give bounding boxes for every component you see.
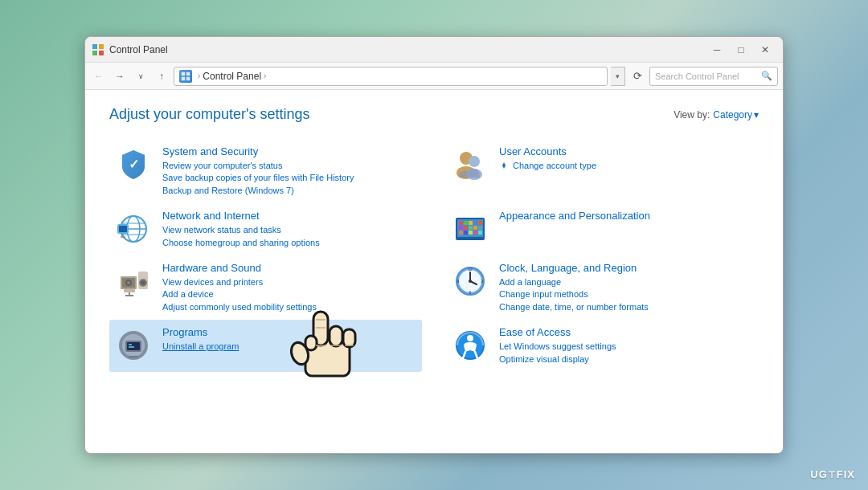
svg-rect-7: [186, 76, 190, 80]
hardware-sound-text: Hardware and Sound View devices and prin…: [162, 262, 417, 313]
svg-rect-2: [92, 51, 97, 55]
svg-rect-63: [129, 344, 132, 345]
network-internet-name[interactable]: Network and Internet: [162, 210, 417, 222]
window-icon: [92, 43, 104, 56]
category-programs[interactable]: Programs Uninstall a program: [109, 320, 422, 372]
categories-grid: ✓ System and Security Review your comput…: [109, 139, 759, 372]
category-system-security[interactable]: ✓ System and Security Review your comput…: [109, 139, 422, 203]
user-accounts-name[interactable]: User Accounts: [499, 145, 754, 157]
hardware-sound-link2[interactable]: Add a device: [162, 288, 417, 300]
svg-rect-34: [459, 231, 463, 235]
programs-link1[interactable]: Uninstall a program: [162, 341, 417, 353]
system-security-text: System and Security Review your computer…: [162, 145, 417, 197]
user-accounts-link1[interactable]: Change account type: [499, 160, 754, 172]
ease-of-access-name[interactable]: Ease of Access: [499, 326, 754, 338]
svg-rect-46: [124, 289, 135, 292]
refresh-button[interactable]: ⟳: [628, 67, 646, 85]
viewby-value[interactable]: Category ▾: [713, 109, 759, 120]
system-security-name[interactable]: System and Security: [162, 145, 417, 157]
appearance-text: Appearance and Personalization: [499, 210, 754, 224]
system-security-link2[interactable]: Save backup copies of your files with Fi…: [162, 172, 417, 184]
svg-point-11: [469, 156, 480, 167]
path-chevron: ›: [198, 71, 200, 80]
svg-rect-25: [464, 221, 468, 225]
clock-language-icon: 12 3 6 9: [451, 262, 489, 300]
content-area: Adjust your computer's settings View by:…: [85, 90, 783, 453]
network-internet-link1[interactable]: View network status and tasks: [162, 224, 417, 236]
ease-of-access-link1[interactable]: Let Windows suggest settings: [499, 341, 754, 353]
system-security-link3[interactable]: Backup and Restore (Windows 7): [162, 185, 417, 197]
svg-rect-19: [119, 226, 127, 232]
svg-rect-32: [473, 226, 477, 230]
search-icon: 🔍: [761, 71, 772, 81]
programs-name[interactable]: Programs: [162, 326, 417, 338]
svg-point-54: [469, 280, 472, 283]
dropdown-button[interactable]: ∨: [132, 67, 149, 85]
network-internet-link2[interactable]: Choose homegroup and sharing options: [162, 237, 417, 249]
system-security-icon: ✓: [114, 145, 153, 184]
hardware-sound-link1[interactable]: View devices and printers: [162, 276, 417, 288]
svg-rect-38: [478, 231, 482, 235]
maximize-button[interactable]: □: [730, 42, 752, 58]
title-bar: Control Panel ─ □ ✕: [85, 37, 783, 63]
svg-rect-33: [478, 226, 482, 230]
view-by: View by: Category ▾: [674, 109, 759, 120]
category-user-accounts[interactable]: User Accounts Change account type: [446, 139, 759, 203]
svg-rect-37: [473, 231, 477, 235]
svg-rect-29: [459, 226, 463, 230]
svg-point-68: [467, 335, 473, 341]
ease-of-access-link2[interactable]: Optimize visual display: [499, 353, 754, 365]
svg-rect-6: [182, 76, 186, 80]
path-chevron2: ›: [264, 71, 266, 80]
category-hardware-sound[interactable]: Hardware and Sound View devices and prin…: [109, 255, 422, 320]
clock-language-link2[interactable]: Change input methods: [499, 288, 754, 300]
back-button[interactable]: ←: [90, 67, 108, 85]
clock-language-text: Clock, Language, and Region Add a langua…: [499, 262, 754, 313]
svg-rect-3: [99, 51, 104, 55]
svg-rect-28: [478, 221, 482, 225]
svg-rect-36: [469, 231, 473, 235]
category-network-internet[interactable]: Network and Internet View network status…: [109, 203, 422, 255]
path-text: Control Panel: [203, 71, 261, 82]
close-button[interactable]: ✕: [754, 42, 776, 58]
svg-text:3: 3: [481, 279, 484, 284]
network-internet-icon: [114, 210, 153, 248]
address-bar: ← → ∨ ↑ › Control Panel › ▾ ⟳: [85, 63, 783, 90]
search-box[interactable]: Search Control Panel 🔍: [649, 67, 778, 86]
search-placeholder: Search Control Panel: [655, 71, 761, 81]
forward-button[interactable]: →: [111, 67, 129, 85]
hardware-sound-name[interactable]: Hardware and Sound: [162, 262, 417, 274]
content-header: Adjust your computer's settings View by:…: [109, 106, 759, 123]
window-controls: ─ □ ✕: [706, 42, 776, 58]
svg-rect-27: [473, 221, 477, 225]
clock-language-link1[interactable]: Add a language: [499, 276, 754, 288]
svg-rect-24: [459, 221, 463, 225]
clock-language-name[interactable]: Clock, Language, and Region: [499, 262, 754, 274]
appearance-name[interactable]: Appearance and Personalization: [499, 210, 754, 222]
hardware-sound-link3[interactable]: Adjust commonly used mobility settings: [162, 301, 417, 313]
category-clock-language[interactable]: 12 3 6 9 Clock, Language, and Region Add…: [446, 255, 759, 320]
category-appearance[interactable]: Appearance and Personalization: [446, 203, 759, 255]
svg-point-45: [141, 280, 145, 285]
svg-point-42: [127, 281, 130, 284]
svg-rect-1: [99, 44, 104, 49]
svg-rect-31: [469, 226, 473, 230]
svg-rect-30: [464, 226, 468, 230]
svg-text:6: 6: [469, 290, 472, 295]
address-dropdown[interactable]: ▾: [611, 67, 625, 86]
programs-icon: [114, 326, 153, 365]
minimize-button[interactable]: ─: [706, 42, 728, 58]
user-accounts-icon: [451, 145, 489, 184]
system-security-link1[interactable]: Review your computer's status: [162, 160, 417, 172]
svg-rect-4: [182, 71, 186, 76]
address-path[interactable]: › Control Panel ›: [174, 67, 608, 86]
network-internet-text: Network and Internet View network status…: [162, 210, 417, 249]
clock-language-link3[interactable]: Change date, time, or number formats: [499, 301, 754, 313]
hardware-sound-icon: [114, 262, 153, 300]
svg-text:12: 12: [468, 267, 473, 272]
window-title: Control Panel: [109, 44, 706, 55]
category-ease-of-access[interactable]: Ease of Access Let Windows suggest setti…: [446, 320, 759, 372]
appearance-icon: [451, 210, 489, 248]
up-button[interactable]: ↑: [153, 67, 170, 85]
svg-text:9: 9: [457, 279, 460, 284]
